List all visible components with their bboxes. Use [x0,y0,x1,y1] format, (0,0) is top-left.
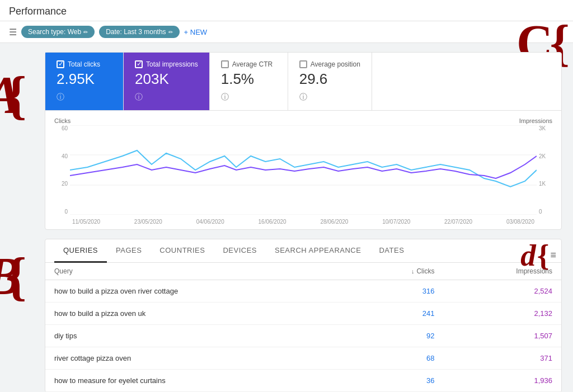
clicks-cell: 68 [354,347,443,370]
tab-pages[interactable]: PAGES [107,239,151,263]
impressions-cell: 1,507 [443,325,561,347]
chart-svg [70,125,537,215]
y-left-max: 60 [54,125,68,131]
chart-area: Clicks Impressions 60 40 20 0 [45,111,561,229]
total-clicks-info-icon[interactable]: ⓘ [57,92,112,102]
y-left-min: 0 [54,209,68,215]
y-right-mid1: 1K [539,181,552,187]
metrics-and-chart-panel: Total clicks 2.95K ⓘ Total impressions 2… [45,52,562,230]
query-cell: how to build a pizza oven river cottage [45,280,354,303]
decorative-brace-d: { [537,240,549,271]
hamburger-icon[interactable]: ☰ [9,27,17,37]
tabs-section-wrapper: B { QUERIES PAGES COUNTRIES DEVICES SEAR… [11,239,562,392]
search-type-edit-icon: ✏ [83,29,88,35]
clicks-cell: 36 [354,370,443,392]
total-impressions-card[interactable]: Total impressions 203K ⓘ [124,53,210,110]
average-position-checkbox[interactable] [299,60,307,68]
total-clicks-card[interactable]: Total clicks 2.95K ⓘ [45,53,124,110]
table-row: diy tips 92 1,507 [45,325,561,347]
y-left-mid: 40 [54,153,68,159]
average-ctr-info-icon[interactable]: ⓘ [221,92,276,102]
tabs-bar: QUERIES PAGES COUNTRIES DEVICES SEARCH A… [45,239,561,263]
col-clicks: ↓Clicks [354,263,443,280]
average-position-card[interactable]: Average position 29.6 ⓘ [288,53,372,110]
col-query: Query [45,263,354,280]
metrics-section-wrapper: A { Total clicks 2.95K ⓘ [11,52,562,230]
search-type-filter[interactable]: Search type: Web ✏ [21,26,95,38]
page-container: Performance ☰ Search type: Web ✏ Date: L… [0,0,573,392]
y-right-max: 3K [539,125,552,131]
total-impressions-info-icon[interactable]: ⓘ [135,92,198,102]
date-range-filter[interactable]: Date: Last 3 months ✏ [99,26,179,38]
tab-countries[interactable]: COUNTRIES [151,239,214,263]
tab-queries[interactable]: QUERIES [54,239,107,263]
y-left-low: 20 [54,181,68,187]
total-impressions-checkbox[interactable] [135,60,143,68]
query-cell: how to build a pizza oven uk [45,303,354,325]
y-right-min: 0 [539,209,552,215]
average-ctr-value: 1.5% [221,70,276,88]
total-clicks-checkbox[interactable] [57,60,64,68]
tab-search-appearance[interactable]: SEARCH APPEARANCE [266,239,370,263]
impressions-cell: 1,936 [443,370,561,392]
y-right-mid2: 2K [539,153,552,159]
table-body: how to build a pizza oven river cottage … [45,280,561,392]
tab-dates[interactable]: DATES [370,239,413,263]
query-cell: diy tips [45,325,354,347]
decorative-brace-b: { [6,250,26,303]
chart-y-left-label: Clicks [54,117,71,124]
average-ctr-card[interactable]: Average CTR 1.5% ⓘ [210,53,288,110]
clicks-cell: 92 [354,325,443,347]
table-row: how to build a pizza oven river cottage … [45,280,561,303]
table-row: how to measure for eyelet curtains 36 1,… [45,370,561,392]
table-row: river cottage pizza oven 68 371 [45,347,561,370]
tab-devices[interactable]: DEVICES [214,239,266,263]
sort-icon: ↓ [411,268,415,275]
main-content: A { Total clicks 2.95K ⓘ [0,43,573,392]
query-cell: river cottage pizza oven [45,347,354,370]
chart-x-labels: 11/05/2020 23/05/2020 04/06/2020 16/06/2… [54,219,552,225]
average-position-value: 29.6 [299,70,360,88]
decorative-d-area: d { ≡ [520,240,556,271]
table-header-row: Query ↓Clicks Impressions [45,263,561,280]
metrics-row: Total clicks 2.95K ⓘ Total impressions 2… [45,53,561,111]
decorative-brace-a: { [6,69,26,122]
impressions-cell: 2,132 [443,303,561,325]
clicks-cell: 316 [354,280,443,303]
table-row: how to build a pizza oven uk 241 2,132 [45,303,561,325]
impressions-cell: 2,524 [443,280,561,303]
date-range-edit-icon: ✏ [168,29,173,35]
decorative-d: d [520,240,536,271]
impressions-cell: 371 [443,347,561,370]
filter-table-icon[interactable]: ≡ [550,249,556,261]
new-filter-button[interactable]: + NEW [184,28,208,36]
query-cell: how to measure for eyelet curtains [45,370,354,392]
filter-bar: ☰ Search type: Web ✏ Date: Last 3 months… [0,21,573,43]
clicks-cell: 241 [354,303,443,325]
average-ctr-checkbox[interactable] [221,60,229,68]
chart-y-right-label: Impressions [519,117,552,124]
average-position-info-icon[interactable]: ⓘ [299,92,360,102]
tabs-section: QUERIES PAGES COUNTRIES DEVICES SEARCH A… [45,239,562,392]
queries-table: Query ↓Clicks Impressions how to build a… [45,263,561,392]
page-title: Performance [0,0,573,21]
total-clicks-value: 2.95K [57,70,112,88]
total-impressions-value: 203K [135,70,198,88]
